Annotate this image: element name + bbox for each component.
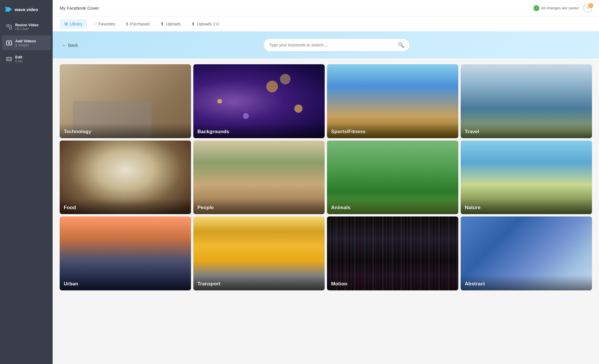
upload2-icon: ⬆: [191, 21, 195, 27]
sidebar: wave.video Resize Video FB Cover Add Vid…: [0, 0, 53, 364]
search-box: 🔍: [264, 39, 410, 51]
project-title-input[interactable]: [60, 6, 118, 11]
category-nature[interactable]: Nature: [461, 141, 592, 214]
grid-icon: ⊞: [64, 21, 68, 27]
category-travel[interactable]: Travel: [461, 64, 592, 138]
sidebar-item-resize[interactable]: Resize Video FB Cover: [2, 19, 51, 34]
category-travel-label: Travel: [461, 123, 592, 138]
topbar-right: ✓ All changes are saved ? 1: [533, 4, 592, 13]
upload-icon: ⬆: [160, 21, 164, 27]
svg-marker-1: [6, 8, 12, 11]
search-button[interactable]: 🔍: [398, 42, 404, 48]
heart-icon: ♡: [93, 21, 97, 27]
topbar: ✓ All changes are saved ? 1: [53, 0, 599, 16]
category-grid: Technology Backgrounds Sports/Fitness Tr…: [53, 58, 599, 296]
search-input[interactable]: [269, 43, 395, 47]
save-check-icon: ✓: [533, 5, 539, 11]
category-animals[interactable]: Animals: [327, 141, 458, 214]
sidebar-edit-sublabel: 0 sec: [15, 59, 23, 63]
category-transport-label: Transport: [193, 275, 325, 290]
sidebar-add-sublabel: & Images: [15, 43, 36, 47]
category-people[interactable]: People: [193, 141, 325, 214]
back-button[interactable]: ← Back: [62, 43, 78, 48]
tab-uploads2[interactable]: ⬆ Uploads 2.0: [187, 19, 223, 29]
dollar-icon: $: [126, 21, 128, 26]
category-technology[interactable]: Technology: [60, 64, 191, 138]
tabbar: ⊞ Library ♡ Favorites $ Purchased ⬆ Uplo…: [53, 16, 599, 32]
svg-rect-2: [7, 25, 9, 27]
category-abstract-label: Abstract: [461, 275, 592, 290]
category-backgrounds[interactable]: Backgrounds: [193, 64, 325, 138]
back-arrow-icon: ←: [62, 43, 66, 48]
category-technology-label: Technology: [60, 123, 191, 138]
help-badge: 1: [588, 3, 593, 8]
category-sports[interactable]: Sports/Fitness: [327, 64, 458, 138]
sidebar-resize-sublabel: FB Cover: [15, 27, 39, 31]
sidebar-resize-label: Resize Video: [15, 23, 39, 27]
app-logo: wave.video: [0, 0, 53, 19]
sidebar-edit-label: Edit: [15, 55, 23, 59]
category-motion-label: Motion: [327, 275, 458, 290]
help-button[interactable]: ? 1: [583, 4, 592, 13]
svg-rect-3: [9, 27, 11, 29]
tab-library[interactable]: ⊞ Library: [60, 19, 87, 29]
sidebar-item-edit[interactable]: Edit 0 sec: [2, 51, 51, 66]
category-backgrounds-label: Backgrounds: [193, 123, 325, 138]
tab-favorites[interactable]: ♡ Favorites: [88, 19, 120, 29]
category-people-label: People: [193, 199, 325, 214]
sidebar-item-add-videos[interactable]: Add Videos & Images: [2, 35, 51, 50]
sidebar-add-label: Add Videos: [15, 39, 36, 43]
tab-purchased[interactable]: $ Purchased: [121, 19, 154, 29]
category-food-label: Food: [60, 199, 191, 214]
category-food[interactable]: Food: [60, 141, 191, 214]
content-area: ← Back 🔍 Technology Backgrounds Sports/F…: [53, 32, 599, 364]
search-container: 🔍: [84, 39, 590, 51]
category-transport[interactable]: Transport: [193, 216, 325, 290]
search-banner: ← Back 🔍: [53, 32, 599, 58]
category-nature-label: Nature: [461, 199, 592, 214]
category-sports-label: Sports/Fitness: [327, 123, 458, 138]
category-motion[interactable]: Motion: [327, 216, 458, 290]
main-area: ✓ All changes are saved ? 1 ⊞ Library ♡ …: [53, 0, 599, 364]
category-urban-label: Urban: [60, 275, 191, 290]
category-urban[interactable]: Urban: [60, 216, 191, 290]
tab-uploads[interactable]: ⬆ Uploads: [156, 19, 185, 29]
category-animals-label: Animals: [327, 199, 458, 214]
save-status: ✓ All changes are saved: [533, 5, 579, 11]
category-abstract[interactable]: Abstract: [461, 216, 592, 290]
